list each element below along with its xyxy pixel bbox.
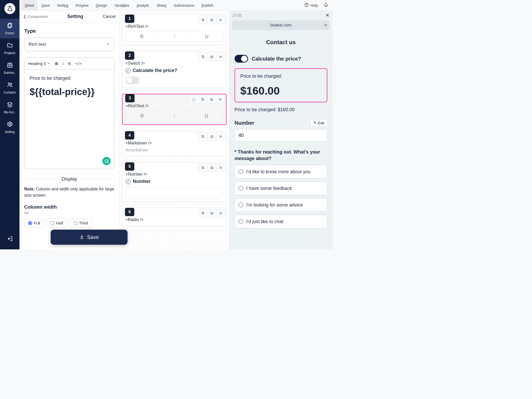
move-icon[interactable]: ⇅ bbox=[198, 96, 207, 103]
colwidth-sub: Ad bbox=[24, 211, 115, 215]
option-0[interactable]: I'd like to know more about you bbox=[235, 165, 327, 178]
move-icon[interactable]: ⇅ bbox=[198, 53, 207, 61]
back-button[interactable]: ❮ Component bbox=[23, 14, 48, 19]
menu-analytic[interactable]: Analytic bbox=[134, 0, 152, 11]
menu-preview[interactable]: Preview bbox=[72, 0, 92, 11]
radio-label: Half bbox=[56, 221, 63, 225]
number-input-preview[interactable] bbox=[125, 187, 223, 198]
copy-icon[interactable]: ⧉ bbox=[207, 96, 216, 103]
type-select[interactable]: Rich text bbox=[24, 38, 115, 51]
number-row: Number ✎ Edit bbox=[235, 119, 327, 127]
nav-account[interactable]: My Acc.. bbox=[0, 98, 19, 117]
copy-icon[interactable]: ⧉ bbox=[207, 53, 216, 61]
grammarly-badge[interactable] bbox=[102, 157, 111, 165]
italic-button[interactable]: i bbox=[63, 61, 63, 66]
canvas-card-1[interactable]: 1 ⇅ ⧉ ✕ <RichText /> B i U bbox=[122, 15, 227, 45]
preview-urlbar[interactable]: beekai.com ⟳ bbox=[232, 20, 330, 30]
chevron-down-icon bbox=[47, 61, 50, 66]
close-icon[interactable]: ✕ bbox=[216, 164, 225, 172]
nav-logout[interactable] bbox=[0, 230, 19, 249]
menu-share[interactable]: Share bbox=[154, 0, 169, 11]
calc-toggle-row: Calculate the price? bbox=[235, 55, 327, 63]
move-icon[interactable]: ⇅ bbox=[198, 133, 207, 141]
preview-statusbar: 17:02 ✕ bbox=[229, 11, 332, 20]
nav-submissions[interactable]: Submis.. bbox=[0, 58, 19, 78]
radio-icon bbox=[238, 203, 243, 207]
close-icon[interactable]: ✕ bbox=[216, 96, 225, 103]
radio-icon bbox=[74, 221, 78, 225]
card-actions: ⇅ ⧉ ✕ bbox=[198, 16, 225, 24]
canvas-card-6[interactable]: 6 ⇅⧉✕ <Radio /> bbox=[122, 208, 227, 226]
nav-label: Setting bbox=[5, 130, 15, 134]
edit-button[interactable]: ✎ Edit bbox=[310, 119, 327, 127]
copy-icon[interactable]: ⧉ bbox=[207, 133, 216, 141]
canvas-card-3[interactable]: 3 ◻ ⇅ ⧉ ✕ <RichText /> B i U bbox=[122, 94, 227, 125]
link-icon[interactable]: ◻ bbox=[189, 96, 198, 103]
help-link[interactable]: Help bbox=[302, 3, 321, 8]
save-button[interactable]: Save bbox=[51, 230, 128, 245]
menu-submissions[interactable]: Submissions bbox=[170, 0, 197, 11]
bold-cell[interactable]: B bbox=[126, 111, 158, 121]
copy-icon[interactable]: ⧉ bbox=[207, 209, 216, 217]
menu-setting[interactable]: Setting bbox=[54, 0, 72, 11]
underline-cell[interactable]: U bbox=[190, 111, 223, 121]
canvas-card-2[interactable]: 2 ⇅⧉✕ <Switch /> ✓ Calculate the price? bbox=[122, 51, 227, 88]
refresh-icon[interactable]: ⟳ bbox=[324, 23, 327, 27]
strike-button[interactable]: S bbox=[68, 61, 71, 66]
bold-button[interactable]: B bbox=[55, 61, 58, 66]
cancel-button[interactable]: Cancel bbox=[103, 14, 116, 19]
menu-variables[interactable]: Variables bbox=[111, 0, 132, 11]
number-input[interactable] bbox=[235, 129, 327, 142]
canvas-card-5[interactable]: 5 ⇅⧉✕ <Number /> ✓ Number bbox=[122, 162, 227, 202]
close-icon[interactable]: ✕ bbox=[216, 209, 225, 217]
switch-toggle-off[interactable] bbox=[125, 76, 139, 84]
nav-forms[interactable]: Forms bbox=[0, 19, 19, 38]
notifications-icon[interactable] bbox=[322, 2, 330, 8]
heading-select[interactable]: Heading 3 bbox=[28, 61, 50, 66]
option-2[interactable]: I'm looking for some advice bbox=[235, 198, 327, 212]
move-icon[interactable]: ⇅ bbox=[198, 209, 207, 217]
radio-icon bbox=[238, 169, 243, 174]
menu-save[interactable]: Save bbox=[38, 0, 53, 11]
number-label: Number bbox=[235, 120, 254, 126]
move-icon[interactable]: ⇅ bbox=[198, 164, 207, 172]
colwidth-third[interactable]: Third bbox=[70, 218, 92, 228]
close-preview-icon[interactable]: ✕ bbox=[325, 12, 329, 18]
nav-label: Projects bbox=[4, 51, 15, 55]
nav-label: My Acc.. bbox=[4, 110, 16, 114]
italic-cell[interactable]: i bbox=[158, 31, 190, 42]
underline-cell[interactable]: U bbox=[190, 31, 223, 42]
nav-contacts[interactable]: Contacts bbox=[0, 78, 19, 98]
move-icon[interactable]: ⇅ bbox=[198, 16, 207, 24]
canvas-card-4[interactable]: 4 ⇅⧉✕ <Markdown /> #markdown bbox=[122, 131, 227, 156]
nav-setting[interactable]: Setting bbox=[0, 117, 19, 137]
close-icon[interactable]: ✕ bbox=[216, 16, 225, 24]
display-note: Note: Column and width only applicable f… bbox=[24, 186, 115, 198]
menu-sheet[interactable]: Sheet bbox=[22, 0, 37, 11]
italic-cell[interactable]: i bbox=[158, 111, 190, 121]
copy-icon[interactable]: ⧉ bbox=[207, 16, 216, 24]
card-number: 5 bbox=[125, 162, 134, 171]
colwidth-full[interactable]: Full bbox=[24, 218, 44, 228]
menu-design[interactable]: Design bbox=[93, 0, 110, 11]
menu-publish[interactable]: Publish bbox=[198, 0, 217, 11]
close-icon[interactable]: ✕ bbox=[216, 53, 225, 61]
price-value: $160.00 bbox=[240, 85, 322, 97]
price-panel: Price to be charged: $160.00 bbox=[235, 68, 327, 102]
component-tag: <Radio /> bbox=[125, 217, 223, 222]
code-button[interactable]: </> bbox=[76, 62, 82, 65]
colwidth-options: Full Half Third bbox=[24, 218, 115, 228]
editor-content[interactable]: Price to be charged: ${{total-price}} bbox=[24, 70, 114, 169]
copy-icon[interactable]: ⧉ bbox=[207, 164, 216, 172]
svg-point-4 bbox=[9, 123, 11, 125]
switch-on[interactable] bbox=[235, 55, 248, 63]
edit-label: Edit bbox=[318, 121, 324, 125]
bold-cell[interactable]: B bbox=[126, 31, 158, 42]
radio-icon bbox=[28, 221, 32, 225]
editor-toolbar: Heading 3 B i S </> bbox=[24, 58, 114, 70]
nav-projects[interactable]: Projects bbox=[0, 38, 19, 58]
close-icon[interactable]: ✕ bbox=[216, 133, 225, 141]
option-3[interactable]: I'd just like to chat bbox=[235, 215, 327, 228]
option-1[interactable]: I have some feedback bbox=[235, 182, 327, 195]
colwidth-half[interactable]: Half bbox=[46, 218, 67, 228]
